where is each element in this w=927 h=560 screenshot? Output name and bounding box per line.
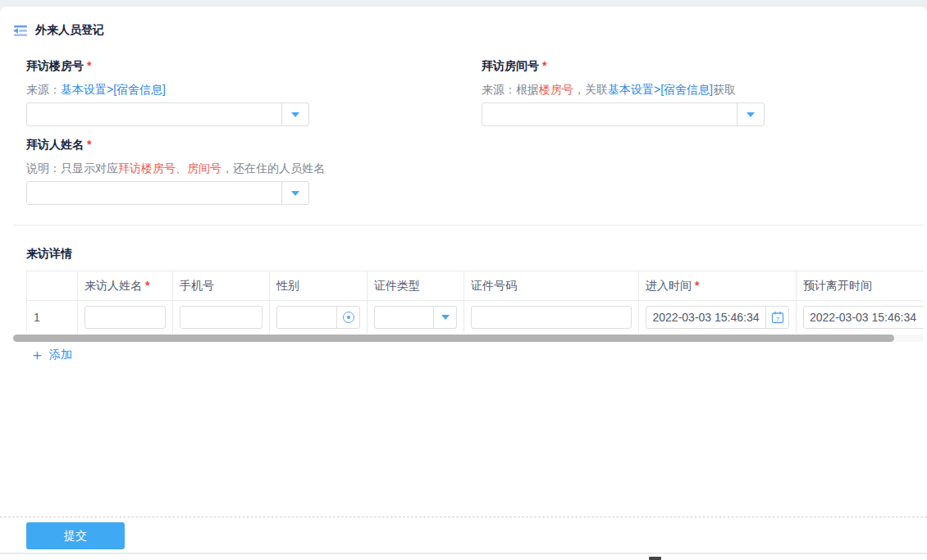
person-hint: 说明：只显示对应拜访楼房号、房间号，还在住的人员姓名 — [26, 162, 309, 176]
building-select-value — [27, 103, 281, 125]
row-index: 1 — [27, 301, 78, 334]
table-header-row: 来访人姓名* 手机号 性别 证件类型 证件号码 进入时间* 预计离开时间 — [27, 271, 925, 301]
required-asterisk: * — [542, 59, 546, 72]
field-building: 拜访楼房号* 来源：基本设置>[宿舍信息] — [26, 59, 309, 126]
add-row-label: 添加 — [49, 348, 72, 362]
horizontal-scrollbar[interactable] — [13, 335, 924, 342]
id-number-input[interactable] — [471, 306, 632, 329]
gender-addon[interactable] — [336, 307, 359, 328]
entry-time-input[interactable] — [646, 307, 765, 328]
entry-time-addon[interactable]: 7 — [765, 307, 788, 328]
person-select-addon[interactable] — [281, 182, 308, 204]
visitor-name-input[interactable] — [84, 306, 166, 329]
visit-detail-title: 来访详情 — [26, 247, 72, 262]
person-select[interactable] — [26, 181, 309, 205]
radio-circle-icon — [343, 312, 354, 323]
page-title: 外来人员登记 — [35, 23, 104, 38]
field-person: 拜访人姓名* 说明：只显示对应拜访楼房号、房间号，还在住的人员姓名 — [26, 138, 309, 205]
id-type-select[interactable] — [374, 306, 457, 329]
col-index — [27, 271, 78, 301]
phone-input[interactable] — [180, 306, 263, 329]
svg-text:7: 7 — [775, 315, 779, 322]
section-divider — [13, 225, 924, 225]
table-row: 1 — [27, 301, 925, 334]
building-select-addon[interactable] — [281, 103, 308, 125]
taskbar-peek — [649, 557, 661, 560]
building-select[interactable] — [26, 102, 309, 126]
room-select[interactable] — [482, 102, 765, 126]
building-label: 拜访楼房号* — [26, 59, 309, 74]
plus-icon: ＋ — [30, 349, 44, 361]
required-asterisk: * — [145, 279, 149, 292]
person-label: 拜访人姓名* — [26, 138, 309, 153]
building-hint: 来源：基本设置>[宿舍信息] — [26, 83, 309, 98]
registration-card: 外来人员登记 拜访楼房号* 来源：基本设置>[宿舍信息] 拜访房间号* 来源：根… — [0, 7, 927, 553]
required-asterisk: * — [87, 138, 91, 151]
person-select-value — [27, 182, 281, 204]
room-label: 拜访房间号* — [482, 59, 765, 74]
scrollbar-thumb[interactable] — [13, 335, 894, 342]
col-entry-time: 进入时间* — [639, 271, 797, 301]
col-id-type: 证件类型 — [368, 271, 464, 301]
submit-button[interactable]: 提交 — [26, 522, 125, 549]
col-gender: 性别 — [270, 271, 368, 301]
col-id-number: 证件号码 — [464, 271, 639, 301]
id-type-addon[interactable] — [433, 307, 456, 328]
calendar-icon: 7 — [771, 311, 784, 324]
room-select-value — [482, 103, 737, 125]
col-phone: 手机号 — [173, 271, 270, 301]
col-visitor-name: 来访人姓名* — [78, 271, 173, 301]
leave-time-input[interactable] — [803, 306, 924, 329]
gender-input[interactable] — [277, 307, 336, 328]
page-header: 外来人员登记 — [13, 23, 104, 38]
id-type-input[interactable] — [375, 307, 433, 328]
field-room: 拜访房间号* 来源：根据楼房号，关联基本设置>[宿舍信息]获取 — [482, 59, 765, 126]
chevron-down-icon — [291, 112, 299, 117]
room-hint: 来源：根据楼房号，关联基本设置>[宿舍信息]获取 — [482, 83, 765, 98]
building-source-link[interactable]: 基本设置>[宿舍信息] — [61, 83, 166, 96]
footer-dashed-divider — [0, 517, 927, 517]
col-leave-time: 预计离开时间 — [797, 271, 925, 301]
add-row-button[interactable]: ＋ 添加 — [30, 348, 72, 362]
gender-picker[interactable] — [276, 306, 360, 329]
entry-time-picker[interactable]: 7 — [646, 306, 789, 329]
chevron-down-icon — [291, 191, 299, 196]
room-source-link[interactable]: 基本设置>[宿舍信息] — [608, 83, 713, 96]
room-select-addon[interactable] — [737, 103, 764, 125]
bottom-strip — [0, 554, 927, 560]
visit-detail-table: 来访人姓名* 手机号 性别 证件类型 证件号码 进入时间* 预计离开时间 1 — [26, 271, 924, 333]
back-to-list-icon[interactable] — [13, 25, 28, 37]
chevron-down-icon — [747, 112, 755, 117]
chevron-down-icon — [441, 315, 450, 320]
required-asterisk: * — [87, 59, 91, 72]
required-asterisk: * — [695, 279, 699, 292]
